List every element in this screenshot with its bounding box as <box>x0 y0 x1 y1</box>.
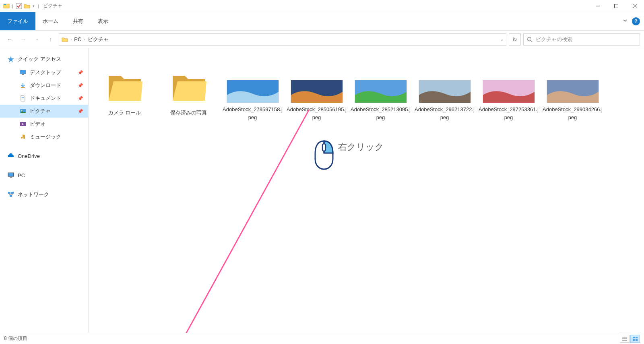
view-toggle <box>620 335 640 343</box>
svg-rect-21 <box>10 195 12 197</box>
share-tab[interactable]: 共有 <box>66 12 91 30</box>
desktop-icon <box>19 69 27 76</box>
svg-rect-9 <box>20 70 26 74</box>
folder-item[interactable]: 保存済みの写真 <box>157 54 221 135</box>
item-label: AdobeStock_297253361.jpeg <box>477 106 541 121</box>
minimize-button[interactable] <box>588 0 607 12</box>
download-icon <box>19 82 27 89</box>
pc-icon <box>7 172 14 179</box>
breadcrumb-pc[interactable]: PC <box>74 36 81 42</box>
sidebar-pc[interactable]: PC <box>0 168 88 182</box>
star-icon <box>7 56 14 63</box>
svg-rect-19 <box>8 192 10 194</box>
sidebar-item-music[interactable]: ミュージック <box>0 131 88 143</box>
svg-rect-12 <box>22 97 24 98</box>
folder-item[interactable]: カメラ ロール <box>93 54 157 135</box>
sidebar-item-pictures[interactable]: ピクチャ 📌 <box>0 105 88 118</box>
svg-line-8 <box>531 40 533 42</box>
window-controls <box>588 0 644 12</box>
checkbox-icon[interactable] <box>16 3 22 9</box>
address-dropdown-icon[interactable]: ⌄ <box>500 37 504 41</box>
help-button[interactable]: ? <box>632 17 640 25</box>
onedrive-label: OneDrive <box>18 153 40 159</box>
sidebar-item-downloads[interactable]: ダウンロード 📌 <box>0 79 88 92</box>
svg-rect-34 <box>633 337 635 338</box>
annotation-text: 右クリック <box>338 141 384 153</box>
navbar: ← → ▾ ↑ › PC › ピクチャ ⌄ ↻ ピクチャの検索 <box>0 31 644 48</box>
network-icon <box>7 191 14 198</box>
file-tab[interactable]: ファイル <box>0 12 35 30</box>
sidebar-network[interactable]: ネットワーク <box>0 188 88 201</box>
item-label: AdobeStock_279597158.jpeg <box>221 106 285 121</box>
search-icon <box>527 37 533 42</box>
svg-rect-10 <box>22 74 24 75</box>
item-label: AdobeStock_299034266.jpeg <box>541 106 605 121</box>
sidebar-item-label: ドキュメント <box>30 95 61 102</box>
svg-rect-20 <box>11 192 14 194</box>
view-tab[interactable]: 表示 <box>91 12 116 30</box>
pin-icon: 📌 <box>78 109 83 114</box>
sidebar-item-desktop[interactable]: デスクトップ 📌 <box>0 66 88 79</box>
mouse-right-click-icon <box>312 139 336 171</box>
ribbon-expand-icon[interactable] <box>622 18 628 25</box>
folder-small-icon[interactable] <box>24 3 30 9</box>
breadcrumb-pictures[interactable]: ピクチャ <box>88 36 109 43</box>
item-label: AdobeStock_296213722.jpeg <box>413 106 477 121</box>
sidebar: クイック アクセス デスクトップ 📌 ダウンロード 📌 ドキュメント 📌 ピクチ… <box>0 48 89 333</box>
up-button[interactable]: ↑ <box>45 34 56 45</box>
svg-rect-17 <box>8 173 14 176</box>
address-bar[interactable]: › PC › ピクチャ ⌄ <box>59 33 506 46</box>
document-icon <box>19 95 27 102</box>
image-item[interactable]: AdobeStock_285213095.jpeg <box>349 54 413 135</box>
pin-icon: 📌 <box>78 83 83 88</box>
refresh-button[interactable]: ↻ <box>509 33 521 46</box>
image-item[interactable]: AdobeStock_279597158.jpeg <box>221 54 285 135</box>
image-item[interactable]: AdobeStock_297253361.jpeg <box>477 54 541 135</box>
sidebar-item-label: ピクチャ <box>30 108 51 115</box>
svg-rect-13 <box>22 99 24 99</box>
chevron-right-icon[interactable]: › <box>83 37 86 41</box>
svg-rect-35 <box>636 337 638 338</box>
svg-rect-4 <box>615 4 618 8</box>
maximize-button[interactable] <box>607 0 625 12</box>
details-view-button[interactable] <box>620 335 630 343</box>
image-item[interactable]: AdobeStock_296213722.jpeg <box>413 54 477 135</box>
svg-rect-36 <box>633 339 635 341</box>
back-button[interactable]: ← <box>4 34 15 45</box>
item-label: AdobeStock_285213095.jpeg <box>349 106 413 121</box>
window-title: ピクチャ <box>43 2 62 9</box>
search-placeholder: ピクチャの検索 <box>536 36 572 43</box>
recent-dropdown-icon[interactable]: ▾ <box>31 34 43 45</box>
home-tab[interactable]: ホーム <box>35 12 66 30</box>
content-area[interactable]: カメラ ロール保存済みの写真 AdobeStock_279597158.jpeg… <box>89 48 644 333</box>
network-label: ネットワーク <box>18 191 49 198</box>
sidebar-item-documents[interactable]: ドキュメント 📌 <box>0 92 88 105</box>
item-label: 保存済みの写真 <box>169 109 208 117</box>
sidebar-item-videos[interactable]: ビデオ <box>0 118 88 131</box>
main: クイック アクセス デスクトップ 📌 ダウンロード 📌 ドキュメント 📌 ピクチ… <box>0 48 644 333</box>
ribbon: ファイル ホーム 共有 表示 ? <box>0 12 644 31</box>
folder-icon <box>62 36 68 43</box>
separator: | <box>12 4 13 8</box>
quick-access[interactable]: クイック アクセス <box>0 52 88 66</box>
svg-rect-37 <box>636 339 638 341</box>
sidebar-item-label: デスクトップ <box>30 69 61 76</box>
titlebar: | ▾ | ピクチャ <box>0 0 644 12</box>
image-item[interactable]: AdobeStock_285056195.jpeg <box>285 54 349 135</box>
image-item[interactable]: AdobeStock_299034266.jpeg <box>541 54 605 135</box>
qat-dropdown-icon[interactable]: ▾ <box>33 4 35 8</box>
explorer-icon <box>3 3 10 9</box>
status-count: 8 個の項目 <box>4 335 27 342</box>
thumbnails-view-button[interactable] <box>630 335 640 343</box>
close-button[interactable] <box>625 0 644 12</box>
svg-rect-18 <box>10 177 12 178</box>
search-input[interactable]: ピクチャの検索 <box>523 33 640 46</box>
chevron-right-icon[interactable]: › <box>70 37 72 41</box>
separator: | <box>38 4 39 8</box>
sidebar-item-label: ダウンロード <box>30 82 61 89</box>
forward-button[interactable]: → <box>18 34 29 45</box>
sidebar-onedrive[interactable]: OneDrive <box>0 149 88 163</box>
image-thumbnail <box>419 80 471 103</box>
pin-icon: 📌 <box>78 96 83 101</box>
svg-rect-30 <box>322 144 326 151</box>
